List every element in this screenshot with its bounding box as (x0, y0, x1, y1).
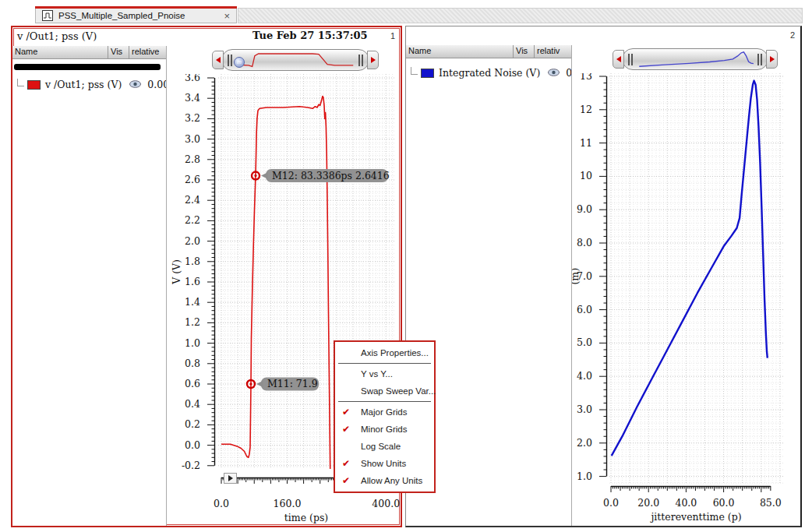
legend-col-relative[interactable]: relativ (535, 45, 571, 58)
menu-item-label: Major Grids (361, 407, 407, 417)
svg-text:2.4: 2.4 (185, 194, 200, 206)
svg-text:1.8: 1.8 (185, 255, 200, 267)
x-axis-title: jittereventtime (p) (649, 511, 741, 523)
viva-graph-window: PSS_Multiple_Sampled_Pnoise × v /Out1; p… (0, 0, 805, 532)
menu-item-label: Axis Properties... (361, 348, 429, 358)
pan-left-arrow[interactable] (212, 51, 224, 69)
svg-text:1.0: 1.0 (185, 337, 200, 349)
svg-text:12: 12 (580, 104, 592, 115)
grid (609, 73, 783, 484)
slider-grip-left[interactable] (228, 55, 232, 66)
y-axis-unit-label: V (V) (171, 259, 182, 285)
svg-text:3.4: 3.4 (185, 92, 200, 104)
graph1-header: v /Out1; pss (V) Tue Feb 27 15:37:05 1 (12, 27, 401, 46)
x-axis-ruler (611, 486, 771, 492)
svg-text:11: 11 (580, 137, 592, 149)
svg-text:0.6: 0.6 (185, 378, 200, 389)
svg-text:0.2: 0.2 (185, 418, 200, 430)
menu-item-axis-properties[interactable]: Axis Properties... (335, 344, 434, 361)
legend-trace-row[interactable]: v /Out1; pss (V) 0.000 (16, 79, 166, 90)
menu-separator (338, 363, 431, 364)
pan-right-arrow[interactable] (367, 51, 379, 69)
svg-text:20.0: 20.0 (637, 497, 659, 509)
svg-text:0.8: 0.8 (185, 358, 200, 369)
overview-track[interactable] (622, 48, 768, 70)
tab-close-icon[interactable]: × (224, 11, 230, 21)
y-axis-ruler (207, 78, 215, 466)
legend-trace-row[interactable]: Integrated Noise (V) 0. (410, 67, 571, 79)
svg-text:1.4: 1.4 (185, 296, 200, 308)
slider-grip-right[interactable] (757, 54, 762, 65)
menu-item-allow-any-units[interactable]: ✔Allow Any Units (335, 472, 434, 489)
menu-item-label: Allow Any Units (361, 476, 422, 485)
tree-connector (411, 67, 418, 75)
menu-item-label: Log Scale (361, 442, 401, 451)
svg-text:10: 10 (580, 170, 592, 181)
svg-text:2.2: 2.2 (185, 214, 200, 226)
y-axis-unit-label: (m) (572, 268, 581, 285)
menu-item-minor-grids[interactable]: ✔Minor Grids (335, 421, 434, 438)
svg-text:4.0: 4.0 (577, 370, 592, 382)
trace-color-swatch[interactable] (27, 80, 41, 90)
graph2-overview-slider[interactable] (613, 48, 778, 70)
legend-header: Name Vis relative (12, 46, 166, 59)
legend-col-name[interactable]: Name (406, 45, 514, 58)
trace-relative-value: 0. (566, 67, 571, 79)
menu-item-y-vs-y[interactable]: Y vs Y... (335, 365, 434, 382)
marker-M12[interactable]: M12: 83.3386ps 2.6416 (252, 169, 390, 182)
svg-text:3.2: 3.2 (185, 112, 200, 124)
menu-item-log-scale[interactable]: Log Scale (335, 438, 434, 455)
svg-text:85.0: 85.0 (760, 497, 782, 509)
legend-group-bar[interactable] (14, 64, 161, 70)
legend-col-vis[interactable]: Vis (514, 45, 535, 58)
tree-connector (17, 79, 24, 86)
graph2-plot-column: 131211109.08.07.06.05.04.03.02.01.00.020… (571, 45, 800, 526)
trace-color-swatch[interactable] (421, 69, 434, 78)
legend-col-vis[interactable]: Vis (108, 46, 129, 59)
menu-item-swap-sweep-var[interactable]: Swap Sweep Var... (335, 382, 434, 400)
pan-left-arrow[interactable] (613, 50, 624, 69)
checkmark-icon: ✔ (342, 421, 350, 438)
svg-text:2.6: 2.6 (185, 174, 200, 185)
menu-item-major-grids[interactable]: ✔Major Grids (335, 403, 434, 421)
legend-col-name[interactable]: Name (12, 46, 108, 59)
svg-text:1.0: 1.0 (577, 470, 592, 482)
svg-text:3.0: 3.0 (185, 133, 200, 145)
slider-grip-right[interactable] (358, 55, 363, 66)
svg-text:-0.2: -0.2 (182, 460, 200, 471)
menu-item-show-units[interactable]: ✔Show Units (335, 455, 434, 472)
svg-text:1.2: 1.2 (185, 316, 200, 328)
graph-subwindow-2: 2 Name Vis relativ Integrated Noise (V) … (405, 26, 802, 527)
menu-item-label: Y vs Y... (361, 369, 393, 379)
pan-right-arrow[interactable] (766, 50, 778, 69)
svg-text:6.0: 6.0 (577, 304, 592, 315)
graph2-window-number: 2 (790, 30, 795, 40)
y-tick-labels: 3.63.43.23.02.82.62.42.22.01.81.61.41.21… (182, 74, 200, 471)
tab-pss-multiple-sampled-pnoise[interactable]: PSS_Multiple_Sampled_Pnoise × (35, 9, 237, 23)
checkmark-icon: ✔ (342, 455, 350, 472)
legend-col-relative[interactable]: relative (129, 46, 166, 59)
strip-expand-button[interactable] (224, 473, 237, 484)
slider-grip-left[interactable] (628, 54, 633, 65)
menu-item-label: Minor Grids (361, 425, 407, 434)
svg-text:3.6: 3.6 (185, 74, 200, 83)
svg-text:2.0: 2.0 (185, 235, 200, 247)
axis-context-menu: Axis Properties...Y vs Y...Swap Sweep Va… (334, 340, 436, 493)
svg-text:5.0: 5.0 (577, 336, 592, 348)
checkmark-icon: ✔ (342, 403, 350, 421)
visibility-eye-icon[interactable] (548, 67, 560, 79)
svg-text:2.0: 2.0 (577, 437, 592, 449)
slider-zoom-badge: m (234, 57, 245, 68)
graph1-title: v /Out1; pss (V) (17, 30, 97, 42)
visibility-eye-icon[interactable] (129, 79, 141, 90)
marker-M11[interactable]: M11: 71.9 (247, 378, 319, 391)
x-axis-title: time (ps) (284, 512, 328, 523)
graph2-plot-area[interactable]: 131211109.08.07.06.05.04.03.02.01.00.020… (572, 73, 790, 523)
graph1-overview-slider[interactable]: m (212, 49, 379, 71)
svg-text:400.0: 400.0 (372, 498, 400, 509)
svg-text:3.0: 3.0 (577, 403, 592, 415)
legend-header: Name Vis relativ (406, 45, 571, 58)
graph1-timestamp: Tue Feb 27 15:37:05 (252, 30, 368, 41)
svg-text:9.0: 9.0 (577, 203, 592, 215)
svg-text:0.0: 0.0 (214, 498, 229, 509)
